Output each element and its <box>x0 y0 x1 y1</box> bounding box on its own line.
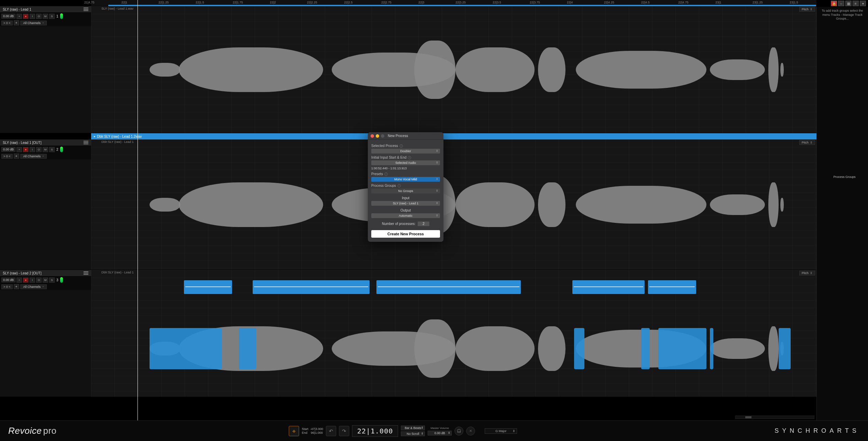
waveform[interactable] <box>710 338 765 359</box>
close-icon[interactable] <box>371 134 374 138</box>
key-select[interactable]: G Major <box>485 428 517 434</box>
zoom-thumb[interactable] <box>745 416 751 418</box>
dialog-titlebar[interactable]: New Process <box>368 132 443 140</box>
processed-region[interactable] <box>150 328 222 369</box>
waveform[interactable] <box>710 59 765 80</box>
headphones-button[interactable]: 🎧 <box>454 427 463 436</box>
pitch-block[interactable] <box>253 280 370 294</box>
waveform[interactable] <box>538 182 565 227</box>
pitch-block[interactable] <box>184 280 232 294</box>
record-button[interactable]: ● <box>23 14 29 19</box>
scroll-mode-select[interactable]: No Scroll <box>401 431 425 436</box>
track-menu-icon[interactable] <box>84 271 88 275</box>
track-menu-icon[interactable] <box>84 7 88 11</box>
add-button[interactable]: + <box>14 20 19 25</box>
waveform[interactable] <box>414 319 455 378</box>
output-button[interactable]: O <box>36 278 42 283</box>
track-title-bar[interactable]: SLY (raw) - Lead 2 [OUT] <box>0 270 91 276</box>
menu-icon[interactable]: ≡ <box>853 1 859 6</box>
process-groups-select[interactable]: No Groups <box>371 189 440 193</box>
pitch-toggle[interactable]: Pitch <box>799 271 815 275</box>
processed-region[interactable] <box>710 328 713 369</box>
waveform[interactable] <box>768 47 779 92</box>
track-gain[interactable]: 0.00 dB <box>1 147 15 152</box>
pan-display[interactable]: > 0 < <box>1 154 13 159</box>
minimize-icon[interactable] <box>376 134 379 138</box>
info-icon[interactable]: i <box>399 144 403 148</box>
master-volume[interactable]: 0.00 dB <box>428 431 452 436</box>
timecode-display[interactable]: 22|1.000 <box>352 425 398 437</box>
waveform[interactable] <box>780 63 784 77</box>
input-button[interactable]: I <box>30 147 35 152</box>
pan-display[interactable]: > 0 < <box>1 21 13 25</box>
plus-button[interactable]: + <box>17 14 22 19</box>
lock-icon[interactable]: 🔒 <box>831 1 837 6</box>
grid-icon[interactable]: ▦ <box>845 1 851 6</box>
waveform[interactable] <box>768 182 779 227</box>
input-range-mode-select[interactable]: Selected Audio <box>371 160 440 165</box>
horizontal-zoom-slider[interactable] <box>735 416 814 419</box>
waveform[interactable] <box>455 182 535 227</box>
track-lane[interactable]: SLY (raw) - Lead 1.wavPitch <box>91 6 816 133</box>
info-icon[interactable]: i <box>397 184 401 188</box>
solo-button[interactable]: S <box>49 14 55 19</box>
track-lane[interactable]: Dblr:SLY (raw) - Lead 1.2wavDblr:SLY (ra… <box>91 139 816 270</box>
pitch-toggle[interactable]: Pitch <box>799 140 815 145</box>
solo-button[interactable]: S <box>49 278 55 283</box>
waveform[interactable] <box>414 41 455 99</box>
waveform[interactable] <box>576 186 706 224</box>
add-button[interactable]: + <box>14 284 19 289</box>
waveform[interactable] <box>768 326 779 371</box>
track-title-bar[interactable]: SLY (raw) - Lead 1 [OUT] <box>0 139 91 146</box>
arrows-icon[interactable]: ↔ <box>838 1 844 6</box>
track-gain[interactable]: 0.00 dB <box>1 14 15 19</box>
pitch-toggle[interactable]: Pitch <box>799 7 815 12</box>
waveform[interactable] <box>538 326 565 371</box>
zoom-icon[interactable] <box>381 134 384 138</box>
redo-button[interactable]: ↷ <box>339 426 349 436</box>
mute-button[interactable]: M <box>43 147 48 152</box>
pan-display[interactable]: > 0 < <box>1 284 13 289</box>
waveform[interactable] <box>538 47 565 92</box>
pitch-block[interactable] <box>648 280 696 294</box>
input-button[interactable]: I <box>30 14 35 19</box>
pitch-block[interactable] <box>572 280 645 294</box>
record-button[interactable]: ● <box>23 147 29 152</box>
info-icon[interactable]: i <box>384 172 388 176</box>
waveform[interactable] <box>710 194 765 215</box>
plus-button[interactable]: + <box>17 278 22 283</box>
channels-select[interactable]: All Channels ◦ <box>20 21 47 25</box>
chevron-down-icon[interactable]: ▾ <box>860 1 866 6</box>
processed-region[interactable] <box>658 328 706 369</box>
track-title-bar[interactable]: SLY (raw) - Lead 1 <box>0 6 91 13</box>
processed-region[interactable] <box>641 328 650 369</box>
waveform[interactable] <box>150 198 180 212</box>
selected-process-select[interactable]: Doubler <box>371 149 440 154</box>
preset-select[interactable]: Mono Vocal Mild <box>371 177 440 182</box>
bar-beats-select[interactable]: Bar & Beats <box>401 426 425 430</box>
input-select[interactable]: SLY (raw) - Lead 1 <box>371 201 440 206</box>
channels-select[interactable]: All Channels ◦ <box>20 284 47 289</box>
mute-button[interactable]: M <box>43 14 48 19</box>
info-icon[interactable]: i <box>408 156 411 159</box>
playhead[interactable] <box>138 0 138 420</box>
track-lane[interactable]: Dblr:SLY (raw) - Lead 1Pitch <box>91 270 816 397</box>
plus-button[interactable]: + <box>17 147 22 152</box>
undo-button[interactable]: ↶ <box>326 426 336 436</box>
track-menu-icon[interactable] <box>84 140 88 145</box>
clip-header-bar[interactable]: Dblr:SLY (raw) - Lead 1.2wav <box>91 133 816 139</box>
processed-region[interactable] <box>239 328 256 369</box>
waveform[interactable] <box>455 47 535 92</box>
output-button[interactable]: O <box>36 14 42 19</box>
link-icon[interactable]: ⎆ <box>289 426 299 436</box>
track-gain[interactable]: 0.00 dB <box>1 278 15 282</box>
output-select[interactable]: Automatic <box>371 213 440 218</box>
waveform[interactable] <box>179 47 323 92</box>
waveform[interactable] <box>179 182 323 227</box>
num-processes-input[interactable] <box>418 222 429 226</box>
waveform[interactable] <box>150 63 180 77</box>
solo-button[interactable]: S <box>49 147 55 152</box>
mute-button[interactable]: M <box>43 278 48 283</box>
clear-button[interactable]: ✕ <box>466 427 475 436</box>
output-button[interactable]: O <box>36 147 42 152</box>
